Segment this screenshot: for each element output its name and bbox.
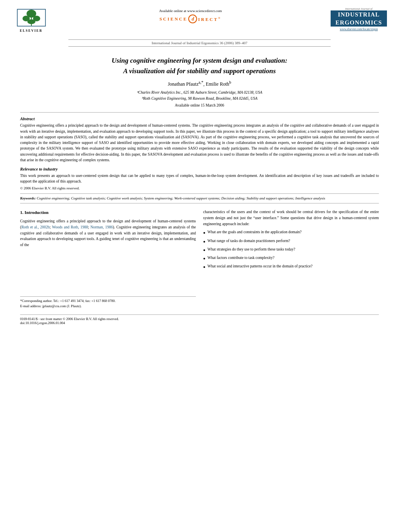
direct-text: IRECT® — [198, 16, 221, 22]
footnotes: *Corresponding author. Tel.: +1 617 491 … — [20, 296, 196, 309]
available-date: Available online 15 March 2006 — [0, 103, 399, 107]
relevance-text: This work presents an approach to user-c… — [20, 173, 379, 185]
elsevier-logo: ELSEVIER — [12, 7, 50, 35]
bullet-icon: ● — [203, 256, 206, 261]
list-item: ● What strategies do they use to perform… — [203, 246, 379, 253]
footnote-email: E-mail address: jpfautz@cra.com (J. Pfau… — [20, 304, 196, 309]
footer-doi: doi:10.1016/j.ergon.2006.01.004 — [20, 321, 379, 325]
intro-col2-p1: characteristics of the users and the con… — [203, 209, 379, 227]
two-col-body: 1. Introduction Cognitive engineering of… — [20, 209, 379, 309]
paper-title-area: Using cognitive engineering for system d… — [24, 55, 375, 76]
available-online-text: Available online at www.sciencedirect.co… — [159, 9, 222, 13]
header-divider — [20, 112, 379, 113]
keywords-text: Cognitive engineering; Cognitive task an… — [37, 196, 325, 200]
list-item: ● What are the goals and constraints in … — [203, 229, 379, 236]
copyright-text: © 2006 Elsevier B.V. All rights reserved… — [20, 186, 379, 190]
sd-d-icon: d — [188, 14, 197, 23]
sciencedirect-area: Available online at www.sciencedirect.co… — [159, 9, 222, 23]
journal-url: www.elsevier.com/locate/ergon — [331, 27, 387, 31]
journal-name-intl: International Journal of — [331, 7, 387, 10]
author2-superscript: b — [229, 80, 231, 84]
page: ELSEVIER Available online at www.science… — [0, 0, 399, 532]
footnote-corresponding: *Corresponding author. Tel.: +1 617 491 … — [20, 298, 196, 304]
bullet-text-3: What strategies do they use to perform t… — [208, 246, 295, 253]
author1: Jonathan Pfautz — [168, 81, 198, 87]
affil1: ᵃCharles River Analytics Inc., 625 Mt Au… — [0, 90, 399, 96]
bullet-icon: ● — [203, 264, 206, 270]
abstract-section: Abstract Cognitive engineering offers a … — [20, 117, 379, 190]
abstract-heading: Abstract — [20, 117, 379, 121]
journal-name-industrial: INDUSTRIAL — [331, 10, 387, 18]
bullet-icon: ● — [203, 247, 206, 253]
list-item: ● What factors contribute to task comple… — [203, 255, 379, 261]
abstract-text: Cognitive engineering offers a principle… — [20, 123, 379, 163]
list-item: ● What range of tasks do domain practiti… — [203, 238, 379, 244]
science-text: SCIENCE — [160, 16, 188, 21]
footer-issn: 0169-8141/$ - see front matter © 2006 El… — [20, 317, 379, 321]
keywords-section: Keywords: Cognitive engineering; Cogniti… — [20, 193, 379, 204]
bullet-icon: ● — [203, 230, 206, 236]
page-footer: 0169-8141/$ - see front matter © 2006 El… — [20, 314, 379, 325]
relevance-heading: Relevance to industry — [20, 167, 379, 171]
bullet-text-1: What are the goals and constraints in th… — [208, 229, 302, 236]
intro-col1-p1: Cognitive engineering offers a principle… — [20, 218, 196, 248]
svg-point-6 — [27, 19, 35, 24]
journal-info-line: International Journal of Industrial Ergo… — [68, 39, 331, 47]
col-right: characteristics of the users and the con… — [203, 209, 379, 309]
journal-name-ergonomics: ERGONOMICS — [331, 18, 387, 27]
ref-woods1988: Woods and Roth, 1988 — [52, 225, 88, 229]
list-item: ● What social and interactive patterns o… — [203, 263, 379, 270]
affil2: ᵇRoth Cognitive Engineering, 98 Rawson R… — [0, 96, 399, 102]
elsevier-tree-icon — [15, 7, 47, 28]
bullet-text-4: What factors contribute to task complexi… — [208, 255, 274, 261]
bullet-text-2: What range of tasks do domain practition… — [208, 238, 290, 244]
affiliations: ᵃCharles River Analytics Inc., 625 Mt Au… — [0, 90, 399, 102]
sciencedirect-logo: SCIENCE d IRECT® — [160, 14, 222, 23]
keywords: Keywords: Cognitive engineering; Cogniti… — [20, 193, 379, 204]
journal-logo: International Journal of INDUSTRIAL ERGO… — [331, 7, 387, 31]
paper-title: Using cognitive engineering for system d… — [24, 55, 375, 76]
author1-superscript: a,* — [199, 80, 204, 84]
bullet-list: ● What are the goals and constraints in … — [203, 229, 379, 270]
bullet-text-5: What social and interactive patterns occ… — [208, 263, 313, 270]
keywords-label: Keywords: — [20, 196, 36, 200]
col-left: 1. Introduction Cognitive engineering of… — [20, 209, 196, 309]
header-top: ELSEVIER Available online at www.science… — [12, 7, 387, 35]
bullet-icon: ● — [203, 239, 206, 244]
authors: Jonathan Pfautza,*, Emilie Rothb — [0, 80, 399, 87]
ref-norman1986: Norman, 1986 — [90, 225, 113, 229]
ref-roth2002b: Roth et al., 2002b — [21, 225, 49, 229]
intro-heading: 1. Introduction — [20, 209, 196, 216]
header: ELSEVIER Available online at www.science… — [0, 0, 399, 48]
elsevier-label: ELSEVIER — [20, 29, 42, 33]
